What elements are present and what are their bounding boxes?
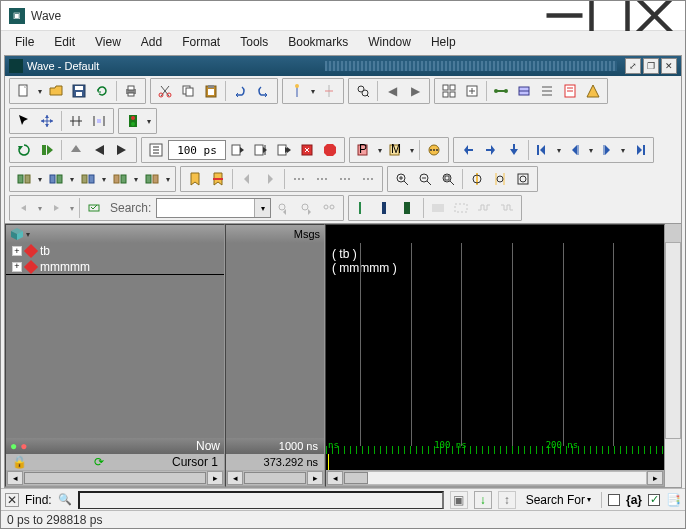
zoom-mode-button[interactable]	[36, 110, 58, 132]
scroll-left-button[interactable]: ◂	[7, 471, 23, 485]
subwindow-restore-button[interactable]: ❐	[643, 58, 659, 74]
run-to-button[interactable]	[227, 139, 249, 161]
first-transition-button[interactable]	[532, 139, 554, 161]
add-signal-icon[interactable]: ●	[10, 439, 17, 453]
bookmark-list-4[interactable]: ⋯	[357, 168, 379, 190]
cube-icon[interactable]	[10, 227, 24, 241]
break-dropdown[interactable]: ▾	[145, 117, 153, 126]
layout-4-button[interactable]	[109, 168, 131, 190]
layout-4-dd[interactable]: ▾	[132, 175, 140, 184]
bookmark-next-button[interactable]	[259, 168, 281, 190]
find-clear-button[interactable]: ▣	[450, 491, 468, 509]
menu-window[interactable]: Window	[358, 32, 421, 52]
log-button[interactable]	[559, 80, 581, 102]
expand-icon[interactable]: +	[12, 246, 22, 256]
zoom-other-button[interactable]	[512, 168, 534, 190]
find-menu-button[interactable]: ↕	[498, 491, 516, 509]
trace-back-button[interactable]	[13, 197, 35, 219]
list-button[interactable]	[536, 80, 558, 102]
paste-button[interactable]	[200, 80, 222, 102]
clock-1-button[interactable]	[427, 197, 449, 219]
regex-checkbox[interactable]: ✓	[648, 494, 660, 506]
step-up-button[interactable]	[65, 139, 87, 161]
event-button[interactable]	[582, 80, 604, 102]
bookmark-list-1[interactable]: ⋯	[288, 168, 310, 190]
layout-5-dd[interactable]: ▾	[164, 175, 172, 184]
analog-2-button[interactable]	[375, 197, 397, 219]
zoom-in-button[interactable]	[391, 168, 413, 190]
bookmark-delete-button[interactable]	[207, 168, 229, 190]
menu-bookmarks[interactable]: Bookmarks	[278, 32, 358, 52]
new-button[interactable]	[13, 80, 35, 102]
cursor-value-cell[interactable]: 373.292 ns	[226, 454, 324, 470]
stop-button[interactable]	[319, 139, 341, 161]
wave-hscroll[interactable]: ◂ ▸	[326, 470, 664, 486]
scroll-right-button[interactable]: ▸	[647, 471, 663, 485]
search-all-button[interactable]	[318, 197, 340, 219]
reload-button[interactable]	[91, 80, 113, 102]
tree-hscroll[interactable]: ◂ ▸	[6, 470, 224, 486]
zoom-cursor-button[interactable]	[466, 168, 488, 190]
maximize-button[interactable]	[587, 2, 632, 30]
stop-profile-button[interactable]	[423, 139, 445, 161]
step-forward-button[interactable]	[111, 139, 133, 161]
zoom-between-cursors-button[interactable]	[489, 168, 511, 190]
open-button[interactable]	[45, 80, 67, 102]
collapse-all-button[interactable]	[438, 80, 460, 102]
time-input[interactable]	[168, 140, 226, 160]
close-button[interactable]	[632, 2, 677, 30]
msgs-body[interactable]	[226, 243, 324, 438]
run-button[interactable]	[36, 139, 58, 161]
prev-edge-dropdown[interactable]: ▾	[587, 146, 595, 155]
bookmark-list-2[interactable]: ⋯	[311, 168, 333, 190]
analog-3-button[interactable]	[398, 197, 420, 219]
menu-view[interactable]: View	[85, 32, 131, 52]
clock-4-button[interactable]	[496, 197, 518, 219]
bookmark-add-button[interactable]	[184, 168, 206, 190]
run-all-button[interactable]	[273, 139, 295, 161]
select-mode-button[interactable]	[13, 110, 35, 132]
undo-button[interactable]	[229, 80, 251, 102]
remove-cursor-button[interactable]	[318, 80, 340, 102]
add-cursor-dropdown[interactable]: ▾	[309, 87, 317, 96]
menu-edit[interactable]: Edit	[44, 32, 85, 52]
memory-button[interactable]	[513, 80, 535, 102]
search-prev-button[interactable]	[272, 197, 294, 219]
layout-2-dd[interactable]: ▾	[68, 175, 76, 184]
expand-icon[interactable]: +	[12, 262, 22, 272]
layout-1-dd[interactable]: ▾	[36, 175, 44, 184]
2-value-button[interactable]	[88, 110, 110, 132]
next-edge-button[interactable]	[596, 139, 618, 161]
tree-body[interactable]: + tb + mmmmm	[6, 243, 224, 438]
print-button[interactable]	[120, 80, 142, 102]
clock-3-button[interactable]	[473, 197, 495, 219]
first-transition-dropdown[interactable]: ▾	[555, 146, 563, 155]
next-transition-button[interactable]	[480, 139, 502, 161]
prev-falling-button[interactable]	[503, 139, 525, 161]
cursor-marker[interactable]	[328, 454, 329, 470]
subwindow-close-button[interactable]: ✕	[661, 58, 677, 74]
msgs-hscroll[interactable]: ◂ ▸	[226, 470, 324, 486]
clock-2-button[interactable]	[450, 197, 472, 219]
continue-run-button[interactable]	[250, 139, 272, 161]
find-next-arrow-button[interactable]: ↓	[474, 491, 492, 509]
bookmark-prev-button[interactable]	[236, 168, 258, 190]
edit-mode-button[interactable]	[65, 110, 87, 132]
layout-5-button[interactable]	[141, 168, 163, 190]
menu-file[interactable]: File	[5, 32, 44, 52]
scroll-right-button[interactable]: ▸	[207, 471, 223, 485]
memory-profile-button[interactable]: M	[385, 139, 407, 161]
tree-row-tb[interactable]: + tb	[6, 243, 224, 259]
redo-button[interactable]	[252, 80, 274, 102]
remove-signal-icon[interactable]: ●	[20, 439, 27, 453]
menu-help[interactable]: Help	[421, 32, 466, 52]
tree-header-dd[interactable]: ▾	[24, 230, 32, 239]
wave-canvas[interactable]: ( tb ) ( mmmmm )	[326, 243, 664, 446]
cursor-label-cell[interactable]: 🔒 ⟳ Cursor 1	[6, 454, 224, 470]
vertical-scrollbar[interactable]	[665, 224, 681, 487]
minimize-button[interactable]	[542, 2, 587, 30]
next-edge-dropdown[interactable]: ▾	[619, 146, 627, 155]
dataflow-button[interactable]	[490, 80, 512, 102]
bookmark-list-3[interactable]: ⋯	[334, 168, 356, 190]
close-find-button[interactable]: ✕	[5, 493, 19, 507]
